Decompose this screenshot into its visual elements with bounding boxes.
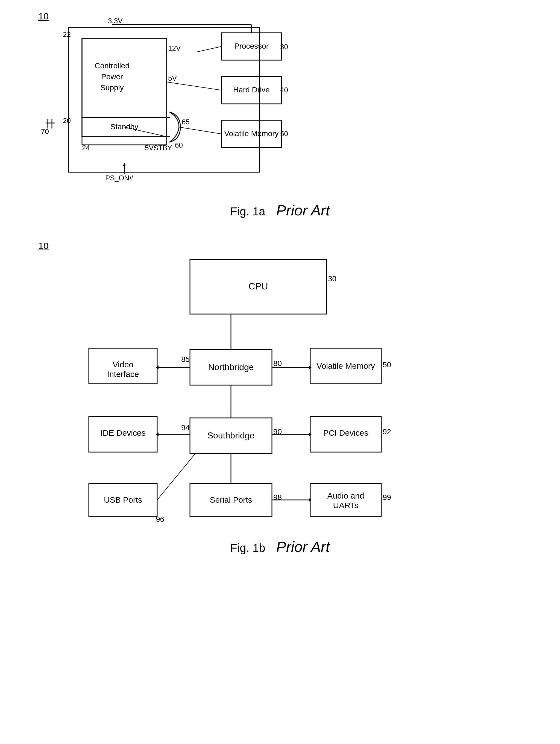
svg-text:92: 92 (383, 427, 391, 436)
svg-text:UARTs: UARTs (333, 501, 358, 510)
fig1b-prior-art: Prior Art (276, 538, 330, 555)
svg-text:96: 96 (156, 515, 164, 523)
svg-text:Serial Ports: Serial Ports (210, 495, 252, 504)
svg-text:Processor: Processor (234, 42, 269, 50)
svg-text:94: 94 (181, 423, 190, 432)
svg-text:3.3V: 3.3V (108, 17, 123, 25)
svg-text:85: 85 (181, 355, 190, 364)
fig1a-caption-row: Fig. 1a Prior Art (11, 202, 549, 219)
svg-text:Controlled: Controlled (95, 62, 129, 70)
fig1b-title: 10 (38, 240, 549, 251)
svg-text:20: 20 (63, 116, 71, 125)
svg-text:24: 24 (82, 144, 90, 152)
svg-text:PCI Devices: PCI Devices (323, 428, 368, 437)
svg-text:Supply: Supply (100, 83, 124, 92)
svg-text:12V: 12V (168, 44, 181, 52)
svg-text:Standby: Standby (110, 122, 139, 131)
fig1b-caption-row: Fig. 1b Prior Art (11, 538, 549, 555)
svg-text:CPU: CPU (249, 281, 268, 291)
svg-text:90: 90 (273, 427, 282, 436)
svg-text:60: 60 (175, 141, 183, 149)
page: 10 (0, 0, 560, 744)
fig1b-svg: CPU Northbridge Southbridge Video Interf… (75, 254, 485, 533)
fig1b-section: 10 CPU Northbridge Southbridge Video Int… (11, 240, 549, 555)
svg-text:30: 30 (328, 274, 336, 283)
svg-line-16 (167, 82, 221, 90)
fig1a-caption-label: Fig. 1a (230, 205, 265, 218)
svg-text:Power: Power (101, 72, 123, 81)
svg-text:5VSTBY: 5VSTBY (145, 144, 172, 152)
svg-text:IDE Devices: IDE Devices (100, 428, 145, 437)
svg-text:30: 30 (280, 43, 288, 51)
svg-text:80: 80 (273, 359, 282, 368)
svg-text:Interface: Interface (107, 370, 139, 379)
svg-text:50: 50 (280, 129, 288, 138)
svg-text:Video: Video (112, 360, 133, 369)
svg-text:65: 65 (182, 118, 190, 126)
fig1a-prior-art: Prior Art (276, 202, 330, 219)
svg-text:98: 98 (273, 493, 282, 501)
svg-text:70: 70 (41, 127, 49, 136)
svg-text:PS_ON#: PS_ON# (105, 174, 134, 182)
svg-line-15 (197, 46, 221, 52)
svg-text:40: 40 (280, 86, 288, 94)
svg-text:22: 22 (63, 30, 71, 39)
svg-text:USB Ports: USB Ports (104, 495, 142, 504)
fig1a-svg: Controlled Power Supply Standby Processo… (27, 16, 290, 202)
fig1a-section: 10 (11, 11, 549, 224)
svg-text:Volatile Memory: Volatile Memory (316, 361, 375, 370)
fig1b-caption-label: Fig. 1b (230, 542, 265, 555)
svg-marker-48 (123, 163, 126, 166)
svg-text:Southbridge: Southbridge (207, 431, 255, 440)
svg-line-19 (179, 127, 221, 134)
svg-text:Hard Drive: Hard Drive (233, 85, 270, 94)
svg-text:50: 50 (383, 361, 391, 369)
svg-text:5V: 5V (168, 74, 177, 82)
svg-rect-2 (82, 38, 167, 117)
svg-text:Volatile Memory: Volatile Memory (224, 129, 278, 138)
svg-text:Northbridge: Northbridge (208, 362, 254, 372)
svg-text:99: 99 (383, 493, 391, 501)
svg-text:Audio and: Audio and (327, 491, 364, 500)
